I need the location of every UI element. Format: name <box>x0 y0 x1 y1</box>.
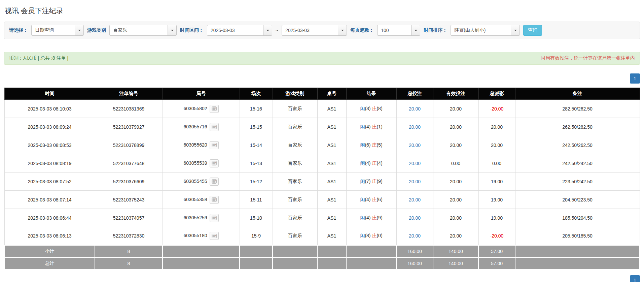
video-replay-button[interactable] <box>210 178 219 186</box>
cell-bet-id: 522310376609 <box>95 173 163 191</box>
cell-time: 2025-03-03 08:08:53 <box>4 136 95 154</box>
sort-select[interactable]: 降幂(由大到小) <box>451 25 520 36</box>
cell-payout: -20.00 <box>478 227 515 245</box>
result-banker-score: (1) <box>377 124 382 129</box>
subtotal-row-cell <box>515 245 640 257</box>
sort-dropdown-button[interactable] <box>511 25 520 35</box>
subtotal-row-cell: 小计 <box>4 245 95 257</box>
video-icon <box>212 125 217 129</box>
cell-game-type: 百家乐 <box>273 191 317 209</box>
page-size-dropdown-button[interactable] <box>411 25 420 35</box>
game-type-select[interactable]: 百家乐 <box>109 25 177 36</box>
cell-session: 15-15 <box>240 118 273 136</box>
cell-payout: 19.00 <box>478 173 515 191</box>
pagination-page-1[interactable]: 1 <box>630 73 640 84</box>
cell-time: 2025-03-03 08:07:14 <box>4 191 95 209</box>
result-player-score: (4) <box>365 197 370 202</box>
cell-round-id: 603055620 <box>163 136 240 154</box>
result-player-score: (8) <box>365 233 370 238</box>
date-from-dropdown-button[interactable] <box>263 25 272 35</box>
chevron-down-icon <box>266 30 269 31</box>
result-player-score: (4) <box>365 160 370 166</box>
total-bet-link[interactable]: 20.00 <box>409 143 421 148</box>
result-banker-score: (9) <box>377 179 382 184</box>
currency-summary-text: 币别 : 人民币 | 总共 :8 注单 | <box>9 55 68 61</box>
table-row: 2025-03-03 08:10:03522310381369603055802… <box>4 100 640 118</box>
cell-game-type: 百家乐 <box>273 136 317 154</box>
total-bet-link[interactable]: 20.00 <box>409 161 421 166</box>
cell-total-bet: 20.00 <box>396 191 433 209</box>
page-size-value: 100 <box>378 25 411 35</box>
cell-result: 闲(6) 庄(5) <box>346 136 396 154</box>
cell-result: 闲(4) 庄(1) <box>346 118 396 136</box>
result-player-label: 闲 <box>360 106 365 111</box>
cell-valid-bet: 20.00 <box>433 118 478 136</box>
subtotal-row-cell: 57.00 <box>478 245 515 257</box>
video-replay-button[interactable] <box>210 232 219 240</box>
result-player-label: 闲 <box>360 124 365 129</box>
result-player-score: (4) <box>365 215 370 220</box>
query-type-dropdown-button[interactable] <box>75 25 83 35</box>
cell-remark: 223.50/242.50 <box>515 173 640 191</box>
cell-game-type: 百家乐 <box>273 173 317 191</box>
column-header: 注单编号 <box>95 88 163 100</box>
date-from-select[interactable]: 2025-03-03 <box>207 25 272 36</box>
video-replay-button[interactable] <box>210 105 219 113</box>
page-size-select[interactable]: 100 <box>377 25 420 36</box>
subtotal-row-cell <box>273 245 317 257</box>
cell-payout: 20.00 <box>478 136 515 154</box>
table-footer: 小计8160.00140.0057.00总计8160.00140.0057.00 <box>4 245 640 270</box>
result-player-label: 闲 <box>360 160 365 166</box>
cell-valid-bet: 20.00 <box>433 173 478 191</box>
cell-remark: 185.50/204.50 <box>515 209 640 227</box>
pagination-page-1-bottom[interactable]: 1 <box>630 275 640 282</box>
total-row-cell <box>240 257 273 270</box>
cell-game-type: 百家乐 <box>273 118 317 136</box>
cell-session: 15-14 <box>240 136 273 154</box>
pagination-bottom: 1 <box>4 275 640 282</box>
cell-remark: 205.50/185.50 <box>515 227 640 245</box>
total-row-cell: 8 <box>95 257 163 270</box>
date-to-dropdown-button[interactable] <box>338 25 347 35</box>
video-replay-button[interactable] <box>210 141 219 149</box>
video-replay-button[interactable] <box>210 196 219 204</box>
cell-table-no: AS1 <box>317 191 346 209</box>
cell-bet-id: 522310377648 <box>95 154 163 173</box>
total-bet-link[interactable]: 20.00 <box>409 179 421 184</box>
total-bet-link[interactable]: 20.00 <box>409 233 421 239</box>
table-row: 2025-03-03 08:08:53522310378899603055620… <box>4 136 640 154</box>
total-bet-link[interactable]: 20.00 <box>409 106 421 112</box>
total-bet-link[interactable]: 20.00 <box>409 197 421 202</box>
column-header: 结果 <box>346 88 396 100</box>
total-bet-link[interactable]: 20.00 <box>409 124 421 130</box>
date-to-select[interactable]: 2025-03-03 <box>282 25 347 36</box>
video-replay-button[interactable] <box>210 159 219 167</box>
cell-round-id: 603055716 <box>163 118 240 136</box>
cell-result: 闲(4) 庄(9) <box>346 209 396 227</box>
cell-round-id: 603055455 <box>163 173 240 191</box>
column-header: 局号 <box>163 88 240 100</box>
video-replay-button[interactable] <box>210 214 219 222</box>
video-icon <box>212 179 217 184</box>
cell-table-no: AS1 <box>317 154 346 173</box>
total-row-cell <box>317 257 346 270</box>
cell-total-bet: 20.00 <box>396 227 433 245</box>
result-player-score: (4) <box>365 124 370 129</box>
total-bet-link[interactable]: 20.00 <box>409 215 421 221</box>
total-row-cell: 57.00 <box>478 257 515 270</box>
video-replay-button[interactable] <box>210 123 219 131</box>
cell-bet-id: 522310374057 <box>95 209 163 227</box>
column-header: 时间 <box>4 88 95 100</box>
payout-value: 20.00 <box>491 124 503 130</box>
cell-bet-id: 522310372830 <box>95 227 163 245</box>
cell-valid-bet: 20.00 <box>433 191 478 209</box>
cell-table-no: AS1 <box>317 100 346 118</box>
game-type-dropdown-button[interactable] <box>168 25 176 35</box>
round-id-text: 603055259 <box>183 215 207 220</box>
payout-value: 19.00 <box>491 215 503 221</box>
query-type-select[interactable]: 日期查询 <box>31 25 84 36</box>
result-player-score: (3) <box>365 106 370 111</box>
total-row-cell <box>273 257 317 270</box>
column-header: 总投注 <box>396 88 433 100</box>
search-button[interactable]: 查询 <box>523 25 542 36</box>
